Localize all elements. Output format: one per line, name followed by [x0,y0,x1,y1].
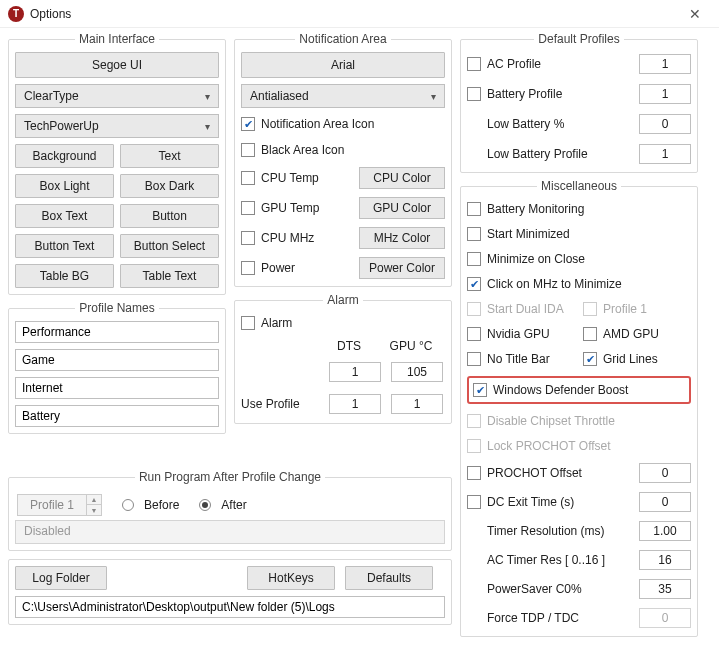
log-group: Log Folder HotKeys Defaults [8,559,452,625]
amd-label: AMD GPU [603,327,659,341]
button-button[interactable]: Button [120,204,219,228]
profile1-label: Profile 1 [603,302,647,316]
after-radio[interactable]: After [199,495,246,515]
ac-profile-value[interactable]: 1 [639,54,691,74]
box-dark-button[interactable]: Box Dark [120,174,219,198]
amd-checkbox[interactable] [583,327,597,341]
notif-icon-checkbox[interactable]: ✔ [241,117,255,131]
default-profiles-group: Default Profiles AC Profile1 Battery Pro… [460,32,698,173]
psaver-value[interactable]: 35 [639,579,691,599]
notif-font-button[interactable]: Arial [241,52,445,78]
dts-value-1[interactable]: 1 [329,362,381,382]
defaults-button[interactable]: Defaults [345,566,433,590]
spin-down-icon[interactable]: ▼ [87,505,101,515]
defender-checkbox[interactable]: ✔ [473,383,487,397]
no-title-label: No Title Bar [487,352,550,366]
profile-spin-value: Profile 1 [17,494,87,516]
low-battery-pct-label: Low Battery % [487,117,633,131]
prochot-off-label: PROCHOT Offset [487,466,633,480]
notification-group: Notification Area Arial Antialiased ▾ ✔N… [234,32,452,287]
battery-profile-value[interactable]: 1 [639,84,691,104]
background-button[interactable]: Background [15,144,114,168]
battery-mon-label: Battery Monitoring [487,202,584,216]
gpu-value-1[interactable]: 105 [391,362,443,382]
grid-label: Grid Lines [603,352,658,366]
profile-4-input[interactable] [15,405,219,427]
profile-spin[interactable]: Profile 1 ▲▼ [17,494,102,516]
low-battery-profile-value[interactable]: 1 [639,144,691,164]
ac-profile-checkbox[interactable] [467,57,481,71]
log-folder-button[interactable]: Log Folder [15,566,107,590]
hotkeys-button[interactable]: HotKeys [247,566,335,590]
click-mhz-checkbox[interactable]: ✔ [467,277,481,291]
dc-exit-checkbox[interactable] [467,495,481,509]
log-path-input[interactable] [15,596,445,618]
ac-timer-value[interactable]: 16 [639,550,691,570]
min-close-checkbox[interactable] [467,252,481,266]
black-icon-checkbox[interactable] [241,143,255,157]
no-title-checkbox[interactable] [467,352,481,366]
render-select[interactable]: ClearType ▾ [15,84,219,108]
gpu-header: GPU °C [385,339,437,353]
timer-res-value[interactable]: 1.00 [639,521,691,541]
cpu-mhz-checkbox[interactable] [241,231,255,245]
text-button[interactable]: Text [120,144,219,168]
gpu-value-2[interactable]: 1 [391,394,443,414]
table-text-button[interactable]: Table Text [120,264,219,288]
ac-timer-label: AC Timer Res [ 0..16 ] [487,553,633,567]
close-icon[interactable]: ✕ [679,6,711,22]
theme-select[interactable]: TechPowerUp ▾ [15,114,219,138]
psaver-label: PowerSaver C0% [487,582,633,596]
profile-3-input[interactable] [15,377,219,399]
start-min-checkbox[interactable] [467,227,481,241]
app-icon: T [8,6,24,22]
cpu-temp-checkbox[interactable] [241,171,255,185]
low-battery-pct-value[interactable]: 0 [639,114,691,134]
button-select-button[interactable]: Button Select [120,234,219,258]
nvidia-label: Nvidia GPU [487,327,550,341]
notification-legend: Notification Area [295,32,390,46]
aa-select[interactable]: Antialiased ▾ [241,84,445,108]
font-button[interactable]: Segoe UI [15,52,219,78]
force-tdp-label: Force TDP / TDC [487,611,633,625]
main-interface-group: Main Interface Segoe UI ClearType ▾ Tech… [8,32,226,295]
gpu-color-button[interactable]: GPU Color [359,197,445,219]
nvidia-checkbox[interactable] [467,327,481,341]
defender-label: Windows Defender Boost [493,383,628,397]
grid-checkbox[interactable]: ✔ [583,352,597,366]
spin-up-icon[interactable]: ▲ [87,495,101,505]
power-label: Power [261,261,353,275]
dc-exit-label: DC Exit Time (s) [487,495,633,509]
prochot-off-value[interactable]: 0 [639,463,691,483]
prochot-off-checkbox[interactable] [467,466,481,480]
button-text-button[interactable]: Button Text [15,234,114,258]
alarm-checkbox[interactable] [241,316,255,330]
before-radio[interactable]: Before [122,495,179,515]
battery-profile-checkbox[interactable] [467,87,481,101]
power-checkbox[interactable] [241,261,255,275]
box-text-button[interactable]: Box Text [15,204,114,228]
dts-value-2[interactable]: 1 [329,394,381,414]
dual-ida-label: Start Dual IDA [487,302,564,316]
click-mhz-label: Click on MHz to Minimize [487,277,622,291]
table-bg-button[interactable]: Table BG [15,264,114,288]
box-light-button[interactable]: Box Light [15,174,114,198]
after-label: After [221,498,246,512]
battery-profile-label: Battery Profile [487,87,633,101]
profile-2-input[interactable] [15,349,219,371]
cpu-mhz-label: CPU MHz [261,231,353,245]
use-profile-label: Use Profile [241,397,319,411]
ac-profile-label: AC Profile [487,57,633,71]
gpu-temp-checkbox[interactable] [241,201,255,215]
mhz-color-button[interactable]: MHz Color [359,227,445,249]
power-color-button[interactable]: Power Color [359,257,445,279]
theme-select-value: TechPowerUp [24,119,99,133]
before-label: Before [144,498,179,512]
black-icon-label: Black Area Icon [261,143,344,157]
prochot-lock-label: Lock PROCHOT Offset [487,439,611,453]
cpu-color-button[interactable]: CPU Color [359,167,445,189]
dc-exit-value[interactable]: 0 [639,492,691,512]
battery-mon-checkbox[interactable] [467,202,481,216]
chipset-checkbox [467,414,481,428]
profile-1-input[interactable] [15,321,219,343]
